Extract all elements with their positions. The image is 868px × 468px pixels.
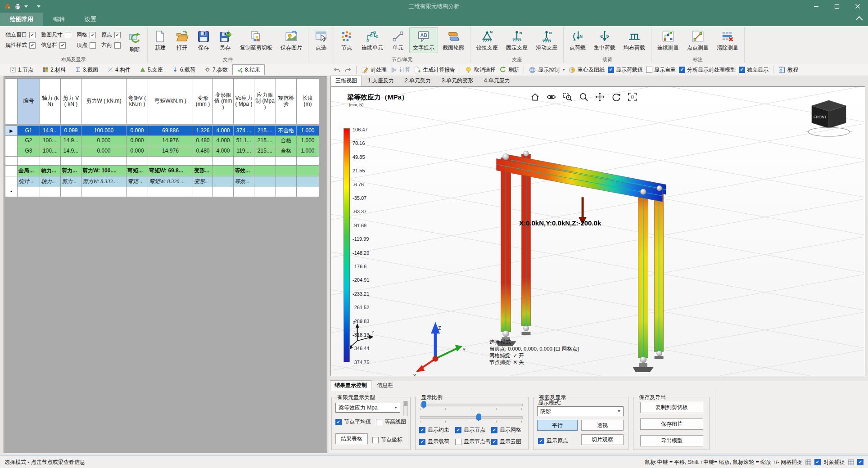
refresh-button[interactable]: 刷新 bbox=[124, 29, 145, 55]
tab-info-bar[interactable]: 信息栏 bbox=[372, 380, 398, 391]
checkbox[interactable]: ✔ bbox=[419, 427, 425, 433]
ribbon-toggle-整图尺寸[interactable]: 整图尺寸 bbox=[41, 31, 71, 39]
column-header[interactable]: 规范检验 bbox=[276, 78, 297, 124]
checkbox[interactable]: ✔ bbox=[29, 42, 36, 49]
open-folder-button[interactable]: 打开 bbox=[172, 27, 192, 53]
checkbox[interactable]: ✔ bbox=[114, 32, 121, 38]
toggle-显示节点[interactable]: ✔显示节点 bbox=[455, 426, 489, 434]
concentrated-load-button[interactable]: 集中荷载 bbox=[590, 27, 619, 53]
point-measure-button[interactable]: 点点测量 bbox=[683, 27, 712, 53]
continuous-measure-button[interactable]: 连续测量 bbox=[654, 27, 683, 53]
tutorial-button[interactable]: ?教程 bbox=[778, 66, 798, 74]
save-image-button[interactable]: 保存图片 bbox=[640, 418, 703, 430]
table-row[interactable]: • bbox=[5, 187, 319, 197]
checkbox[interactable] bbox=[114, 42, 121, 49]
checkbox[interactable]: ✔ bbox=[59, 42, 66, 49]
model-tab-1.节点[interactable]: 1.节点 bbox=[5, 64, 38, 75]
checkbox[interactable]: ✔ bbox=[491, 439, 497, 445]
report-button[interactable]: 生成计算报告 bbox=[413, 66, 455, 74]
save-as-button[interactable]: 另存 bbox=[215, 27, 235, 53]
toggle-显示约束[interactable]: ✔显示约束 bbox=[419, 426, 453, 434]
model-tab-8.结果[interactable]: 8.结果 bbox=[232, 64, 265, 75]
view-tab-1.支座反力[interactable]: 1.支座反力 bbox=[363, 76, 399, 86]
show-origin-checkbox[interactable]: ✔ bbox=[538, 438, 544, 444]
ribbon-toggle-信息栏[interactable]: 信息栏✔ bbox=[41, 41, 71, 49]
view-tab-3.单元的变形[interactable]: 3.单元的变形 bbox=[437, 76, 478, 86]
contour-checkbox[interactable] bbox=[376, 419, 382, 425]
model-canvas[interactable]: Z Y X Z Y bbox=[331, 87, 865, 376]
checkbox[interactable]: ✔ bbox=[739, 67, 745, 73]
toggle-显示载荷[interactable]: ✔显示载荷 bbox=[419, 438, 453, 446]
view-tab-4.单元应力[interactable]: 4.单元应力 bbox=[479, 76, 515, 86]
fit-icon[interactable] bbox=[625, 90, 639, 103]
grid-snap-icon[interactable] bbox=[805, 459, 812, 466]
fixed-support-button[interactable]: N固定支座 bbox=[502, 27, 531, 53]
pan-icon[interactable] bbox=[593, 90, 606, 103]
ribbon-toggle-属性样式[interactable]: 属性样式✔ bbox=[5, 41, 36, 49]
polyline-button[interactable]: 连续单元 bbox=[358, 27, 387, 53]
point-load-button[interactable]: N点荷载 bbox=[566, 27, 589, 53]
nodes-button[interactable]: 节点 bbox=[336, 27, 357, 53]
eye-icon[interactable] bbox=[544, 90, 558, 103]
table-row[interactable] bbox=[5, 157, 319, 166]
save-image-button[interactable]: 保存图片 bbox=[277, 27, 306, 53]
tab-result-display-control[interactable]: 结果显示控制 bbox=[330, 380, 371, 391]
gravity-button[interactable]: 重心及图纸 bbox=[568, 66, 605, 74]
menu-tab-settings[interactable]: 设置 bbox=[75, 13, 106, 26]
menu-tab-drawing[interactable]: 绘图常用 bbox=[0, 13, 43, 26]
fe-type-dropdown[interactable]: 梁等效应力 Mpa bbox=[335, 403, 400, 413]
print-button[interactable] bbox=[14, 3, 22, 10]
collapse-ribbon-caret-icon[interactable] bbox=[856, 16, 863, 23]
bulb-button[interactable]: 取消选择 bbox=[465, 66, 496, 74]
column-header[interactable]: 弯矩WkN.m ) bbox=[148, 78, 193, 124]
ribbon-toggle-原点[interactable]: 原点✔ bbox=[101, 31, 121, 39]
checkbox[interactable]: ✔ bbox=[29, 32, 36, 38]
checkbox[interactable] bbox=[455, 439, 461, 445]
view-tab-2.单元受力[interactable]: 2.单元受力 bbox=[400, 76, 436, 86]
table-row[interactable]: ▶G114.9...0.099100.0000.00069.8861.3264.… bbox=[5, 126, 319, 136]
toggle-显示节点号[interactable]: 显示节点号 bbox=[455, 438, 489, 446]
checkbox[interactable] bbox=[646, 67, 652, 73]
model-viewport[interactable]: Z Y X Z Y 梁等效应力（MPa） (mm, N) 106.4778.16… bbox=[330, 86, 865, 376]
toggle-显示网格[interactable]: ✔显示网格 bbox=[491, 426, 525, 434]
minimize-button[interactable] bbox=[806, 0, 827, 13]
parallel-button[interactable]: 平行 bbox=[537, 420, 578, 431]
column-header[interactable]: 应力限制 (Mpa ) bbox=[254, 78, 276, 124]
column-header[interactable]: 轴力 (kN) bbox=[40, 78, 61, 124]
orbit-icon[interactable] bbox=[609, 90, 623, 103]
checkbox[interactable] bbox=[65, 32, 71, 38]
save-button[interactable]: 保存 bbox=[193, 27, 214, 53]
column-header[interactable]: 编号 bbox=[18, 78, 40, 124]
column-header[interactable]: 弯矩V ( kN.m ) bbox=[127, 78, 148, 124]
segment-button[interactable]: 单元 bbox=[388, 27, 408, 53]
checkbox[interactable]: ✔ bbox=[419, 439, 425, 445]
undo-button[interactable] bbox=[333, 66, 341, 74]
menu-tab-edit[interactable]: 编辑 bbox=[43, 13, 75, 26]
column-header[interactable]: 变形限值 (mm ) bbox=[213, 78, 234, 124]
slice-view-button[interactable]: 切片观察 bbox=[581, 434, 624, 445]
ribbon-toggle-独立窗口[interactable]: 独立窗口✔ bbox=[5, 31, 36, 39]
toggle-显示云图[interactable]: ✔显示云图 bbox=[491, 438, 525, 446]
node-average-checkbox[interactable]: ✔ bbox=[335, 419, 342, 425]
checkbox[interactable]: ✔ bbox=[608, 67, 614, 73]
model-tab-4.构件[interactable]: 4.构件 bbox=[103, 64, 135, 75]
preprocess-button[interactable]: 前处理 bbox=[361, 66, 387, 74]
clear-measure-button[interactable]: 清除测量 bbox=[713, 27, 742, 53]
calculate-button[interactable]: 计算 bbox=[390, 66, 410, 74]
column-header[interactable]: 变形 (mm ) bbox=[193, 78, 213, 124]
close-button[interactable] bbox=[847, 0, 868, 13]
new-file-button[interactable]: 新建 bbox=[150, 27, 171, 53]
navigation-cube[interactable]: FRONT bbox=[802, 94, 856, 139]
toggle-独立显示[interactable]: ✔独立显示 bbox=[739, 66, 769, 74]
ribbon-toggle-方向[interactable]: 方向 bbox=[101, 41, 121, 49]
column-header[interactable]: Vo应力 ( Mpa ) bbox=[234, 78, 254, 124]
display-mode-dropdown[interactable]: 阴影 bbox=[537, 406, 624, 416]
quick-access-caret-icon[interactable] bbox=[37, 5, 41, 8]
table-row[interactable]: 全局...轴力...剪力...剪力W: 100....弯矩...弯矩W: 69.… bbox=[5, 166, 319, 176]
text-tip-button[interactable]: AB文字提示 bbox=[409, 27, 438, 53]
zoom-window-icon[interactable] bbox=[561, 90, 574, 103]
refresh-small-button[interactable]: 刷新 bbox=[499, 66, 519, 74]
column-header[interactable]: 剪力 V ( kN ) bbox=[61, 78, 81, 124]
slider-thumb[interactable] bbox=[476, 414, 481, 420]
model-tab-3.截面[interactable]: 3.截面 bbox=[70, 64, 103, 75]
